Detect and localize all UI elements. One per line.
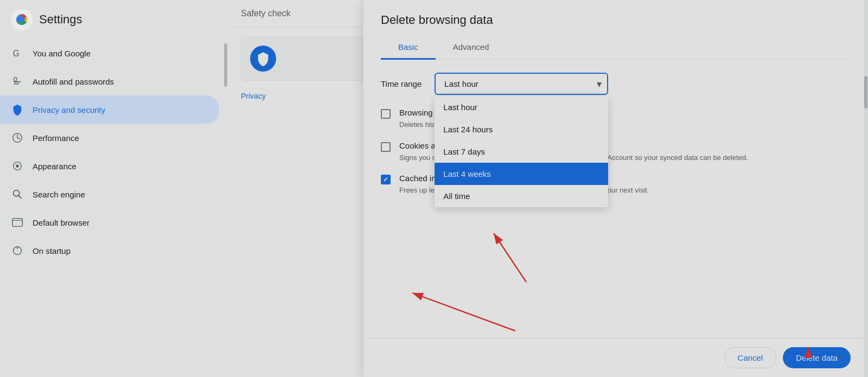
svg-point-2 xyxy=(18,16,25,23)
autofill-icon xyxy=(11,75,24,88)
sidebar-item-privacy[interactable]: Privacy and security xyxy=(0,95,219,124)
dialog-body: Time range Last hour ▾ Last hour Last 24… xyxy=(363,60,868,338)
dialog-tabs: Basic Advanced xyxy=(381,36,851,60)
dialog-footer: Cancel Delete data xyxy=(363,338,868,377)
search-icon xyxy=(11,188,24,201)
main-content: Safety check Privacy Delete browsing dat… xyxy=(228,0,868,377)
time-range-selected-value: Last hour xyxy=(444,79,478,88)
dialog-title-bar: Delete browsing data Basic Advanced xyxy=(363,0,868,60)
dropdown-item-last-7[interactable]: Last 7 days xyxy=(435,140,608,163)
appearance-icon xyxy=(11,159,24,172)
sidebar-scrollbar-thumb xyxy=(224,43,227,87)
sidebar-item-search[interactable]: Search engine xyxy=(0,180,219,208)
svg-point-4 xyxy=(14,78,17,81)
sidebar-label-startup: On startup xyxy=(33,246,71,255)
sidebar-label-performance: Performance xyxy=(33,133,79,143)
shield-icon xyxy=(250,46,276,72)
sidebar: Settings G You and Google Autofill and p… xyxy=(0,0,228,377)
you-google-icon: G xyxy=(11,47,24,60)
select-arrow-icon: ▾ xyxy=(597,78,602,90)
svg-rect-6 xyxy=(14,84,19,85)
sidebar-item-startup[interactable]: On startup xyxy=(0,237,219,265)
default-browser-icon xyxy=(11,216,24,229)
dropdown-item-last-hour[interactable]: Last hour xyxy=(435,96,608,118)
sidebar-title: Settings xyxy=(39,12,82,27)
sidebar-label-autofill: Autofill and passwords xyxy=(33,77,114,86)
sidebar-item-appearance[interactable]: Appearance xyxy=(0,152,219,180)
tab-advanced[interactable]: Advanced xyxy=(436,36,507,60)
delete-browsing-data-dialog: Delete browsing data Basic Advanced Time… xyxy=(363,0,868,377)
privacy-icon xyxy=(11,103,24,116)
sidebar-scrollbar[interactable] xyxy=(224,0,228,377)
dropdown-item-all-time[interactable]: All time xyxy=(435,185,608,207)
tab-basic[interactable]: Basic xyxy=(381,36,436,60)
sidebar-label-you-google: You and Google xyxy=(33,49,91,58)
checkbox-cookies[interactable] xyxy=(381,142,391,152)
sidebar-header: Settings xyxy=(0,0,228,39)
svg-line-11 xyxy=(18,195,21,198)
sidebar-item-default-browser[interactable]: Default browser xyxy=(0,208,219,237)
dialog-scrollbar-thumb xyxy=(864,76,867,108)
dropdown-item-last-24[interactable]: Last 24 hours xyxy=(435,118,608,140)
startup-icon xyxy=(11,244,24,257)
sidebar-label-search: Search engine xyxy=(33,190,85,199)
time-range-select[interactable]: Last hour ▾ xyxy=(435,73,608,95)
sidebar-label-privacy: Privacy and security xyxy=(33,105,105,114)
sidebar-item-you-google[interactable]: G You and Google xyxy=(0,39,219,67)
dialog-scrollbar[interactable] xyxy=(864,0,868,377)
performance-icon xyxy=(11,131,24,144)
safety-check-label: Safety check xyxy=(241,9,291,18)
svg-point-9 xyxy=(16,164,19,168)
checkbox-browsing-wrapper xyxy=(381,109,391,119)
nav-list: G You and Google Autofill and passwords … xyxy=(0,39,228,265)
svg-rect-5 xyxy=(14,81,21,82)
sidebar-label-appearance: Appearance xyxy=(33,162,76,171)
cancel-button[interactable]: Cancel xyxy=(724,347,777,368)
sidebar-item-autofill[interactable]: Autofill and passwords xyxy=(0,67,219,95)
dialog-title: Delete browsing data xyxy=(381,13,851,27)
time-range-row: Time range Last hour ▾ Last hour Last 24… xyxy=(381,73,851,95)
svg-rect-12 xyxy=(12,219,22,227)
chrome-logo-icon xyxy=(11,9,33,30)
checkbox-cookies-wrapper xyxy=(381,142,391,152)
time-range-select-wrapper: Last hour ▾ Last hour Last 24 hours Last… xyxy=(435,73,608,95)
svg-text:G: G xyxy=(13,49,20,58)
checkbox-cached-wrapper xyxy=(381,175,391,184)
time-range-dropdown: Last hour Last 24 hours Last 7 days Last… xyxy=(435,96,608,207)
delete-data-button[interactable]: Delete data xyxy=(783,347,851,368)
dropdown-item-last-4-weeks[interactable]: Last 4 weeks xyxy=(435,163,608,185)
checkbox-cached[interactable] xyxy=(381,175,391,184)
sidebar-item-performance[interactable]: Performance xyxy=(0,124,219,152)
checkbox-browsing[interactable] xyxy=(381,109,391,119)
sidebar-label-default-browser: Default browser xyxy=(33,218,90,227)
time-range-label: Time range xyxy=(381,79,422,88)
